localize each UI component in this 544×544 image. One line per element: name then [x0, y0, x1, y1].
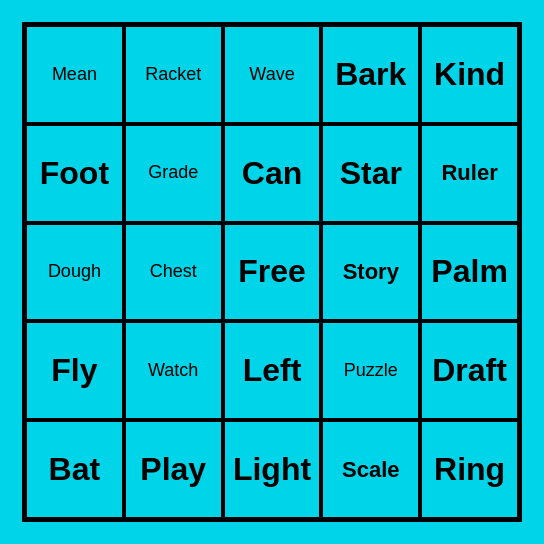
- cell-label: Free: [238, 254, 306, 289]
- bingo-cell: Draft: [420, 321, 519, 420]
- cell-label: Star: [340, 156, 402, 191]
- bingo-cell: Fly: [25, 321, 124, 420]
- bingo-cell: Free: [223, 223, 322, 322]
- cell-label: Watch: [148, 361, 198, 381]
- cell-label: Dough: [48, 262, 101, 282]
- cell-label: Ring: [434, 452, 505, 487]
- bingo-cell: Ruler: [420, 124, 519, 223]
- bingo-cell: Kind: [420, 25, 519, 124]
- cell-label: Palm: [431, 254, 507, 289]
- cell-label: Play: [140, 452, 206, 487]
- bingo-cell: Racket: [124, 25, 223, 124]
- bingo-cell: Mean: [25, 25, 124, 124]
- bingo-cell: Dough: [25, 223, 124, 322]
- bingo-cell: Foot: [25, 124, 124, 223]
- cell-label: Foot: [40, 156, 109, 191]
- cell-label: Chest: [150, 262, 197, 282]
- cell-label: Left: [243, 353, 302, 388]
- bingo-cell: Bat: [25, 420, 124, 519]
- bingo-cell: Palm: [420, 223, 519, 322]
- bingo-cell: Play: [124, 420, 223, 519]
- cell-label: Ruler: [441, 161, 497, 185]
- cell-label: Scale: [342, 458, 400, 482]
- bingo-cell: Grade: [124, 124, 223, 223]
- cell-label: Wave: [249, 65, 294, 85]
- bingo-cell: Chest: [124, 223, 223, 322]
- cell-label: Bat: [49, 452, 101, 487]
- bingo-board: MeanRacketWaveBarkKindFootGradeCanStarRu…: [22, 22, 522, 522]
- cell-label: Kind: [434, 57, 505, 92]
- cell-label: Mean: [52, 65, 97, 85]
- cell-label: Puzzle: [344, 361, 398, 381]
- cell-label: Racket: [145, 65, 201, 85]
- bingo-cell: Scale: [321, 420, 420, 519]
- bingo-cell: Bark: [321, 25, 420, 124]
- bingo-cell: Watch: [124, 321, 223, 420]
- bingo-cell: Ring: [420, 420, 519, 519]
- cell-label: Can: [242, 156, 302, 191]
- cell-label: Draft: [432, 353, 507, 388]
- bingo-cell: Star: [321, 124, 420, 223]
- cell-label: Fly: [51, 353, 97, 388]
- cell-label: Light: [233, 452, 311, 487]
- bingo-cell: Wave: [223, 25, 322, 124]
- bingo-cell: Can: [223, 124, 322, 223]
- bingo-cell: Light: [223, 420, 322, 519]
- bingo-cell: Left: [223, 321, 322, 420]
- bingo-cell: Puzzle: [321, 321, 420, 420]
- bingo-cell: Story: [321, 223, 420, 322]
- cell-label: Story: [343, 260, 399, 284]
- cell-label: Grade: [148, 163, 198, 183]
- cell-label: Bark: [335, 57, 406, 92]
